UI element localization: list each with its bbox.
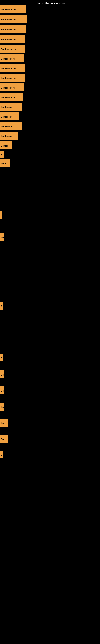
bar-item: Bottleneck res [0, 64, 25, 72]
bar-item: Bottl [0, 159, 10, 167]
bar-item: Bott [0, 418, 8, 427]
bar-item: Bottleneck res [0, 74, 25, 82]
bar-item: Bottleneck res [0, 45, 25, 53]
bar-label: Bottleneck [0, 132, 18, 140]
bar-label: Bo [0, 386, 4, 394]
bar-item: Bo [0, 402, 4, 410]
bar-label: B [0, 302, 3, 310]
bar-label: B [0, 150, 3, 158]
bar-item: B [0, 354, 3, 362]
bar-item: | [0, 211, 1, 218]
bar-item: Bottleneck resu [0, 15, 27, 23]
bar-label: Bottleneck res [0, 64, 25, 72]
bar-label: Bottleneck re [0, 83, 24, 91]
bar-label: Bottleneck r [0, 103, 22, 111]
bar-item: Bottler [0, 141, 12, 149]
bar-item: Bottleneck re [0, 83, 24, 91]
bar-label: | [0, 211, 1, 218]
bar-item: Bottleneck res [0, 25, 26, 33]
bar-item: Bottleneck re [0, 54, 24, 62]
bar-item: Bottleneck res [0, 35, 25, 43]
bar-item: B [0, 302, 3, 310]
bar-label: Bott [0, 435, 8, 443]
bar-item: Bottleneck res [0, 5, 26, 13]
bar-label: B [0, 354, 3, 362]
bar-label: Bottler [0, 141, 12, 149]
bar-item: Bo [0, 234, 4, 241]
bar-label: Bottleneck res [0, 25, 26, 33]
bar-item: Bo [0, 386, 4, 394]
bar-item: Bo [0, 370, 4, 378]
bar-label: Bottl [0, 159, 10, 167]
bar-label: Bo [0, 370, 4, 378]
bar-label: B [0, 451, 3, 458]
bar-label: Bo [0, 402, 4, 410]
bar-item: Bottleneck r [0, 103, 22, 111]
bar-label: Bottleneck res [0, 5, 26, 13]
bar-item: Bottleneck r [0, 122, 22, 130]
bar-label: Bott [0, 418, 8, 427]
bar-label: Bo [0, 234, 4, 241]
bar-item: B [0, 150, 3, 158]
bar-label: Bottleneck res [0, 45, 25, 53]
bar-item: Bottleneck [0, 132, 18, 140]
bar-label: Bottleneck [0, 112, 19, 120]
bar-label: Bottleneck r [0, 122, 22, 130]
bar-label: Bottleneck resu [0, 15, 27, 23]
bar-label: Bottleneck res [0, 35, 25, 43]
bar-label: Bottleneck res [0, 74, 25, 82]
bar-label: Bottleneck re [0, 93, 23, 101]
bar-item: B [0, 451, 3, 458]
bar-item: Bottleneck [0, 112, 19, 120]
bar-item: Bottleneck re [0, 93, 23, 101]
bar-item: Bott [0, 435, 8, 443]
bar-label: Bottleneck re [0, 54, 24, 62]
